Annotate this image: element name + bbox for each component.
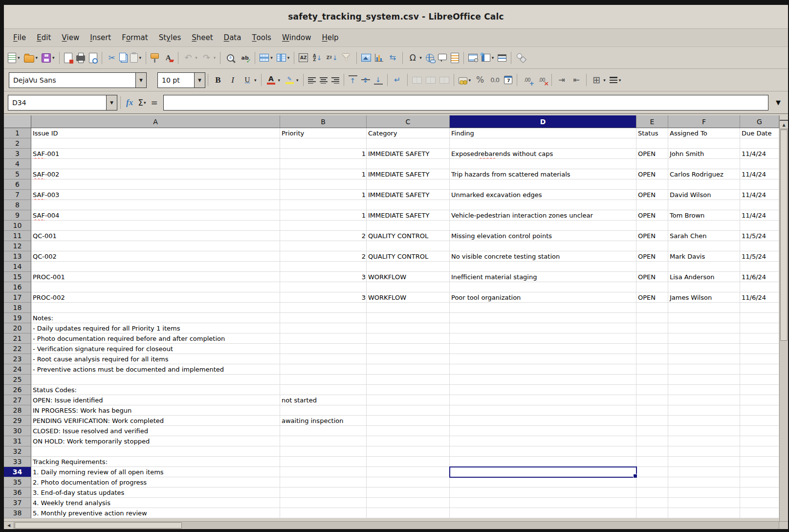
cell-G11[interactable]: 11/5/24	[740, 231, 779, 241]
cell-A4[interactable]	[31, 159, 280, 169]
cell-A36[interactable]: 3. End-of-day status updates	[31, 488, 280, 498]
cell-C36[interactable]	[367, 488, 450, 498]
cell-C27[interactable]	[367, 395, 450, 405]
cell-E12[interactable]	[636, 241, 668, 251]
number-format-button[interactable]: 0.0	[487, 71, 502, 89]
cell-G14[interactable]	[740, 262, 779, 272]
equals-button[interactable]: =	[148, 95, 160, 110]
cell-G4[interactable]	[740, 159, 779, 169]
cell-E28[interactable]	[636, 405, 668, 416]
cell-A26[interactable]: Status Codes:	[31, 385, 280, 395]
cell-F21[interactable]	[668, 333, 740, 344]
cell-A17[interactable]: PROC-002	[31, 292, 280, 303]
cell-G18[interactable]	[740, 303, 779, 313]
cell-D19[interactable]	[450, 313, 636, 323]
cell-F3[interactable]: John Smith	[668, 149, 740, 159]
cell-G13[interactable]: 11/5/24	[740, 251, 779, 262]
decrease-indent-button[interactable]: ⇤	[569, 71, 584, 89]
cut-button[interactable]: ✂	[105, 49, 119, 66]
row-header-17[interactable]: 17	[4, 292, 31, 303]
sort-button[interactable]	[297, 49, 310, 66]
cell-G6[interactable]	[740, 179, 779, 190]
cell-E31[interactable]	[636, 436, 668, 446]
cell-E35[interactable]	[636, 477, 668, 488]
clear-formatting-button[interactable]: A	[161, 49, 175, 66]
expand-formula-bar-button[interactable]: ▼	[771, 99, 785, 106]
dropdown-arrow-icon[interactable]: ▾	[139, 55, 142, 60]
cell-G26[interactable]	[740, 385, 779, 395]
cell-C21[interactable]	[367, 333, 450, 344]
cell-G8[interactable]	[740, 200, 779, 210]
cell-G3[interactable]: 11/4/24	[740, 149, 779, 159]
cell-C15[interactable]: WORKFLOW	[367, 272, 450, 282]
cell-B27[interactable]: not started	[280, 395, 367, 405]
scroll-up-button[interactable]: ▲	[780, 121, 788, 129]
row-header-16[interactable]: 16	[4, 282, 31, 292]
cell-G32[interactable]	[740, 446, 779, 457]
dropdown-arrow-icon[interactable]: ▾	[469, 78, 471, 83]
cell-E13[interactable]: OPEN	[636, 251, 668, 262]
cell-B26[interactable]	[280, 385, 367, 395]
cell-E16[interactable]	[636, 282, 668, 292]
cell-E36[interactable]	[636, 488, 668, 498]
cell-G9[interactable]: 11/4/24	[740, 210, 779, 221]
cell-B2[interactable]	[280, 138, 367, 149]
cell-F30[interactable]	[668, 426, 740, 436]
row-header-37[interactable]: 37	[4, 498, 31, 508]
cell-B8[interactable]	[280, 200, 367, 210]
select-all-corner[interactable]	[4, 115, 31, 128]
row-header-2[interactable]: 2	[4, 138, 31, 149]
row-header-9[interactable]: 9	[4, 210, 31, 221]
cell-F7[interactable]: David Wilson	[668, 190, 740, 200]
row-header-28[interactable]: 28	[4, 405, 31, 416]
cell-F12[interactable]	[668, 241, 740, 251]
cell-A11[interactable]: QC-001	[31, 231, 280, 241]
cell-G7[interactable]: 11/4/24	[740, 190, 779, 200]
font-size-combo[interactable]: 10 pt▼	[157, 72, 205, 88]
insert-image-button[interactable]	[359, 49, 373, 66]
cell-E17[interactable]: OPEN	[636, 292, 668, 303]
column-header-G[interactable]: G	[740, 115, 779, 128]
cell-C1[interactable]: Category	[367, 128, 450, 138]
cell-C33[interactable]	[367, 457, 450, 467]
cell-G20[interactable]	[740, 323, 779, 333]
cell-F14[interactable]	[668, 262, 740, 272]
cell-C19[interactable]	[367, 313, 450, 323]
cell-F35[interactable]	[668, 477, 740, 488]
cell-A30[interactable]: CLOSED: Issue resolved and verified	[31, 426, 280, 436]
cell-C31[interactable]	[367, 436, 450, 446]
cell-A15[interactable]: PROC-001	[31, 272, 280, 282]
cell-A23[interactable]: - Root cause analysis required for all i…	[31, 354, 280, 364]
cell-D15[interactable]: Inefficient material staging	[450, 272, 636, 282]
special-character-button[interactable]: Ω▾	[405, 49, 424, 66]
insert-chart-button[interactable]	[373, 49, 385, 66]
clone-formatting-button[interactable]	[149, 49, 161, 66]
cell-F28[interactable]	[668, 405, 740, 416]
row-header-26[interactable]: 26	[4, 385, 31, 395]
row-header-30[interactable]: 30	[4, 426, 31, 436]
cell-F18[interactable]	[668, 303, 740, 313]
date-format-button[interactable]	[502, 71, 514, 89]
cell-D5[interactable]: Trip hazards from scattered materials	[450, 169, 636, 179]
increase-indent-button[interactable]: ⇥	[554, 71, 569, 89]
row-header-1[interactable]: 1	[4, 128, 31, 138]
cell-A7[interactable]: SAF-003	[31, 190, 280, 200]
draw-functions-button[interactable]	[514, 49, 528, 66]
cell-B1[interactable]: Priority	[280, 128, 367, 138]
menu-insert[interactable]: Insert	[85, 29, 116, 46]
cell-E25[interactable]	[636, 375, 668, 385]
cell-D23[interactable]	[450, 354, 636, 364]
cell-A20[interactable]: - Daily updates required for all Priorit…	[31, 323, 280, 333]
dropdown-arrow-icon[interactable]: ▾	[278, 78, 281, 83]
cell-C16[interactable]	[367, 282, 450, 292]
cell-B16[interactable]	[280, 282, 367, 292]
row-header-31[interactable]: 31	[4, 436, 31, 446]
cell-D30[interactable]	[450, 426, 636, 436]
pivot-table-button[interactable]: ⇆	[385, 49, 400, 66]
cell-A34[interactable]: 1. Daily morning review of all open item…	[31, 467, 280, 477]
cell-G10[interactable]	[740, 221, 779, 231]
dropdown-arrow-icon[interactable]: ▾	[603, 78, 606, 83]
row-header-3[interactable]: 3	[4, 149, 31, 159]
cell-B17[interactable]: 3	[280, 292, 367, 303]
align-center-button[interactable]	[318, 71, 329, 89]
